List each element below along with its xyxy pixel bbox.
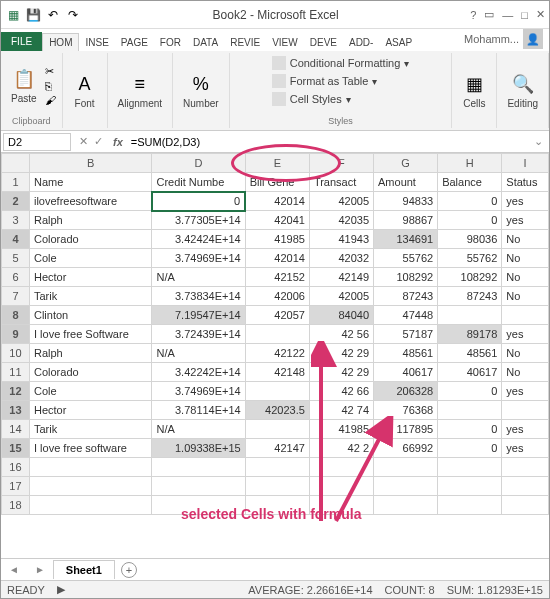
row-header[interactable]: 9 [2,325,30,344]
cell[interactable] [152,496,245,515]
cell[interactable]: 40617 [438,363,502,382]
cell[interactable] [502,306,549,325]
row-header[interactable]: 10 [2,344,30,363]
copy-icon[interactable]: ⎘ [45,80,56,92]
cell[interactable]: No [502,344,549,363]
cell[interactable]: 87243 [374,287,438,306]
row-header[interactable]: 15 [2,439,30,458]
formula-expand-icon[interactable]: ⌄ [528,135,549,148]
cell[interactable]: N/A [152,268,245,287]
cell[interactable]: 42005 [309,192,373,211]
tab-review[interactable]: REVIE [224,34,266,51]
fx-icon[interactable]: fx [109,136,127,148]
name-box[interactable] [3,133,71,151]
cell[interactable]: 7.19547E+14 [152,306,245,325]
col-header[interactable]: G [374,154,438,173]
cell[interactable]: I love free software [29,439,151,458]
cell[interactable]: yes [502,325,549,344]
cell[interactable]: Tarik [29,287,151,306]
row-header[interactable]: 2 [2,192,30,211]
status-macro-icon[interactable]: ▶ [57,583,65,596]
cell[interactable]: Hector [29,268,151,287]
cell[interactable]: No [502,230,549,249]
cell[interactable]: No [502,287,549,306]
cell[interactable]: yes [502,382,549,401]
cell[interactable]: 0 [152,192,245,211]
row-header[interactable]: 7 [2,287,30,306]
col-header[interactable]: E [245,154,309,173]
cut-icon[interactable]: ✂ [45,65,56,78]
cell[interactable]: yes [502,420,549,439]
row-header[interactable]: 6 [2,268,30,287]
col-header[interactable]: I [502,154,549,173]
tab-file[interactable]: FILE [1,32,42,51]
cells-button[interactable]: ▦Cells [458,70,490,111]
cell[interactable]: Hector [29,401,151,420]
cell[interactable]: N/A [152,420,245,439]
cell[interactable]: 0 [438,211,502,230]
cell[interactable] [245,420,309,439]
cell[interactable]: Credit Numbe [152,173,245,192]
maximize-icon[interactable]: □ [521,9,528,21]
cell[interactable]: 89178 [438,325,502,344]
font-button[interactable]: AFont [69,70,101,111]
cell[interactable] [309,458,373,477]
cell[interactable]: Colorado [29,230,151,249]
cell[interactable]: 42 74 [309,401,373,420]
cell[interactable]: 3.74969E+14 [152,249,245,268]
cell[interactable]: 117895 [374,420,438,439]
cell[interactable]: 55762 [438,249,502,268]
cell[interactable] [438,306,502,325]
cell[interactable] [502,401,549,420]
cell[interactable]: Amount [374,173,438,192]
cell[interactable]: 1.09338E+15 [152,439,245,458]
row-header[interactable]: 8 [2,306,30,325]
cell[interactable]: 3.72439E+14 [152,325,245,344]
cell[interactable]: 42014 [245,249,309,268]
cell[interactable]: yes [502,439,549,458]
cell[interactable]: Bill Gene [245,173,309,192]
cell[interactable] [245,325,309,344]
cell[interactable] [438,401,502,420]
cell[interactable]: 3.73834E+14 [152,287,245,306]
cell[interactable]: 108292 [438,268,502,287]
cell[interactable]: Balance [438,173,502,192]
cell[interactable]: 84040 [309,306,373,325]
cell[interactable]: 48561 [438,344,502,363]
row-header[interactable]: 16 [2,458,30,477]
cell[interactable]: Transact [309,173,373,192]
cell[interactable] [438,458,502,477]
cell[interactable] [29,458,151,477]
cell[interactable]: 55762 [374,249,438,268]
cell[interactable]: Status [502,173,549,192]
cell[interactable] [374,477,438,496]
format-as-table-button[interactable]: Format as Table ▾ [270,73,380,89]
cell[interactable]: ilovefreesoftware [29,192,151,211]
cell[interactable]: 41985 [245,230,309,249]
row-header[interactable]: 18 [2,496,30,515]
cell[interactable]: 98867 [374,211,438,230]
cell[interactable]: 42 66 [309,382,373,401]
cell[interactable]: 134691 [374,230,438,249]
enter-formula-icon[interactable]: ✓ [94,135,103,148]
cell[interactable]: 41985 [309,420,373,439]
col-header[interactable]: D [152,154,245,173]
row-header[interactable]: 17 [2,477,30,496]
redo-icon[interactable]: ↷ [65,7,81,23]
cell[interactable] [374,496,438,515]
cell[interactable]: 42006 [245,287,309,306]
cell[interactable]: Ralph [29,211,151,230]
row-header[interactable]: 13 [2,401,30,420]
cell[interactable] [502,458,549,477]
cell[interactable] [245,458,309,477]
col-header[interactable]: B [29,154,151,173]
cell[interactable]: 42014 [245,192,309,211]
cell[interactable]: 41943 [309,230,373,249]
cell[interactable] [245,496,309,515]
row-header[interactable]: 3 [2,211,30,230]
cell[interactable]: 42 29 [309,363,373,382]
cell[interactable]: Ralph [29,344,151,363]
cell[interactable] [152,477,245,496]
cell[interactable] [29,477,151,496]
row-header[interactable]: 12 [2,382,30,401]
